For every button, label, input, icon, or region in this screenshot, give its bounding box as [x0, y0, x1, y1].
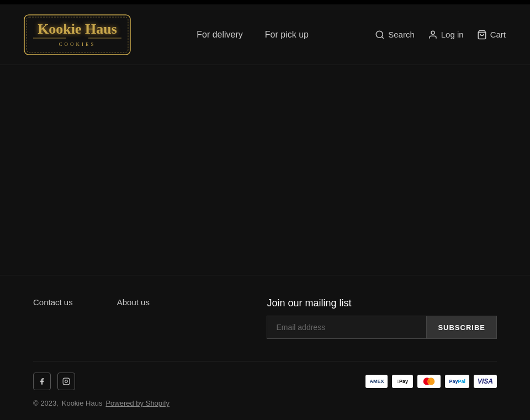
search-icon [375, 30, 385, 40]
cart-icon [477, 30, 487, 40]
svg-point-6 [377, 31, 383, 38]
main-content [0, 65, 530, 275]
svg-line-7 [382, 36, 384, 38]
footer-copyright: © 2023, Kookie Haus Powered by Shopify [33, 390, 497, 407]
social-icons [33, 373, 75, 390]
login-label: Log in [441, 30, 464, 39]
person-icon [428, 30, 438, 40]
site-header: Kookie Haus COOKIES For delivery For pic… [0, 4, 530, 65]
mailing-title: Join our mailing list [267, 297, 497, 309]
instagram-icon[interactable] [57, 373, 75, 390]
footer-top: Contact us About us Join our mailing lis… [33, 297, 497, 339]
email-input[interactable] [267, 316, 427, 339]
payment-icons: AMEX Pay PayPal VISA [365, 375, 497, 388]
payment-visa: VISA [474, 375, 497, 388]
payment-amex: AMEX [365, 375, 388, 388]
svg-text:COOKIES: COOKIES [59, 41, 96, 47]
cart-label: Cart [490, 30, 506, 39]
footer-bottom: AMEX Pay PayPal VISA [33, 361, 497, 390]
nav-item-delivery[interactable]: For delivery [197, 30, 243, 40]
payment-applepay: Pay [392, 375, 413, 388]
mailing-section: Join our mailing list SUBSCRIBE [267, 297, 497, 339]
copyright-year: © 2023, [33, 399, 59, 407]
svg-point-8 [431, 31, 434, 34]
copyright-brand: Kookie Haus [62, 399, 103, 407]
svg-rect-10 [63, 378, 70, 385]
logo[interactable]: Kookie Haus COOKIES [22, 13, 132, 57]
site-footer: Contact us About us Join our mailing lis… [0, 275, 530, 420]
nav-item-pickup[interactable]: For pick up [265, 30, 309, 40]
login-button[interactable]: Log in [426, 28, 466, 42]
search-label: Search [388, 30, 415, 39]
search-button[interactable]: Search [373, 28, 417, 42]
main-nav: For delivery For pick up [197, 30, 309, 40]
footer-links: Contact us About us [33, 297, 150, 307]
header-actions: Search Log in Cart [373, 28, 508, 42]
logo-area: Kookie Haus COOKIES [22, 13, 132, 57]
footer-link-about[interactable]: About us [117, 297, 150, 307]
cart-button[interactable]: Cart [475, 28, 508, 42]
payment-paypal: PayPal [445, 375, 469, 388]
facebook-icon[interactable] [33, 373, 51, 390]
payment-mastercard [417, 375, 441, 388]
svg-text:Kookie Haus: Kookie Haus [38, 21, 117, 37]
footer-link-contact[interactable]: Contact us [33, 297, 73, 307]
powered-by-link[interactable]: Powered by Shopify [105, 399, 169, 407]
subscribe-button[interactable]: SUBSCRIBE [427, 316, 497, 339]
announcement-bar [0, 0, 530, 4]
mailing-form: SUBSCRIBE [267, 316, 497, 339]
